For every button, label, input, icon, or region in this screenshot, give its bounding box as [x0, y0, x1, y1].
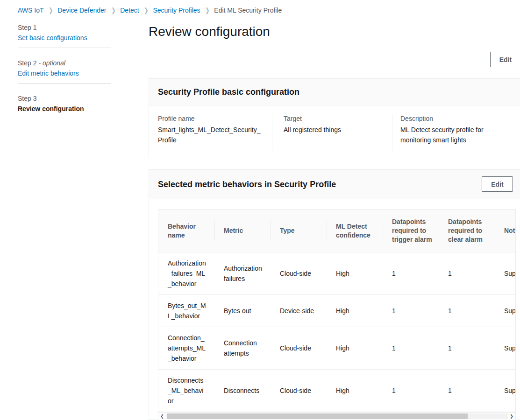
scroll-right-icon[interactable]: ❯ — [508, 413, 515, 420]
column-header-ml-detect-confidence: ML Detect confidence — [327, 210, 383, 252]
cell-datapoints-clear: 1 — [439, 252, 495, 294]
column-header-notifications: Notifications — [495, 210, 516, 252]
metric-behaviors-panel: Selected metric behaviors in Security Pr… — [149, 169, 520, 420]
breadcrumb-link-aws-iot[interactable]: AWS IoT — [18, 6, 44, 15]
breadcrumb: AWS IoT ❯ Device Defender ❯ Detect ❯ Sec… — [18, 6, 282, 15]
cell-behavior-name: Connection_attempts_ML_behavior — [158, 327, 214, 369]
cell-type: Device-side — [271, 295, 327, 327]
column-header-datapoints-trigger: Datapoints required to trigger alarm — [383, 210, 439, 252]
step-number-label: Step 3 — [18, 95, 36, 102]
edit-basic-configuration-button[interactable]: Edit — [490, 52, 520, 67]
column-header-behavior-name: Behavior name — [158, 210, 214, 252]
edit-metric-behaviors-button[interactable]: Edit — [482, 176, 513, 192]
cell-behavior-name: Authorization_failures_ML_behavior — [158, 252, 214, 294]
field-description: Description ML Detect security profile f… — [392, 114, 520, 151]
cell-datapoints-trigger: 1 — [383, 252, 439, 294]
cell-notifications: Suppressed — [495, 295, 516, 327]
cell-metric: Authorization failures — [214, 252, 271, 294]
breadcrumb-current-page: Edit ML Security Profile — [214, 6, 282, 15]
basic-config-panel: Security Profile basic configuration Pro… — [149, 78, 520, 158]
cell-metric: Connection attempts — [214, 327, 271, 369]
cell-confidence: High — [327, 252, 383, 294]
cell-behavior-name: Bytes_out_ML_behavior — [158, 295, 214, 327]
chevron-right-icon: ❯ — [205, 6, 209, 15]
wizard-step-2: Step 2 - optional Edit metric behaviors — [18, 59, 111, 77]
breadcrumb-link-detect[interactable]: Detect — [120, 6, 139, 15]
chevron-right-icon: ❯ — [144, 6, 148, 15]
cell-behavior-name: Disconnects_ML_behavior — [158, 370, 214, 412]
cell-type: Cloud-side — [271, 327, 327, 369]
wizard-step-1: Step 1 Set basic configurations — [18, 24, 111, 42]
breadcrumb-link-security-profiles[interactable]: Security Profiles — [153, 6, 200, 15]
cell-notifications: Suppressed — [495, 252, 516, 294]
wizard-steps-sidebar: Step 1 Set basic configurations Step 2 -… — [18, 24, 111, 113]
cell-datapoints-clear: 1 — [439, 295, 495, 327]
column-header-datapoints-clear: Datapoints required to clear alarm — [439, 210, 495, 252]
sidebar-step-review-configuration: Review configuration — [18, 105, 111, 113]
step-number-label: Step 1 — [18, 24, 36, 31]
step-optional-label: - optional — [38, 59, 65, 67]
scrollbar-track[interactable] — [166, 413, 508, 419]
field-target: Target All registered things — [272, 114, 392, 151]
aws-console-page: AWS IoT ❯ Device Defender ❯ Detect ❯ Sec… — [0, 0, 520, 420]
cell-metric: Bytes out — [214, 295, 271, 327]
chevron-right-icon: ❯ — [111, 6, 115, 15]
field-profile-name: Profile name Smart_lights_ML_Detect_Secu… — [158, 114, 272, 151]
step-number-label: Step 2 — [18, 59, 36, 67]
sidebar-step-set-basic-configurations[interactable]: Set basic configurations — [18, 34, 87, 42]
field-label: Description — [400, 114, 520, 123]
table-row: Bytes_out_ML_behavior Bytes out Device-s… — [158, 295, 516, 327]
cell-datapoints-clear: 1 — [439, 327, 495, 369]
metric-behaviors-panel-title: Selected metric behaviors in Security Pr… — [158, 179, 513, 190]
basic-config-panel-title: Security Profile basic configuration — [158, 86, 513, 98]
sidebar-step-edit-metric-behaviors[interactable]: Edit metric behaviors — [18, 69, 79, 77]
metric-behaviors-panel-header: Selected metric behaviors in Security Pr… — [149, 170, 520, 199]
basic-config-panel-header: Security Profile basic configuration — [149, 79, 520, 105]
behaviors-table: Behavior name Metric Type ML Detect conf… — [158, 209, 516, 420]
scrollbar-thumb[interactable] — [167, 413, 468, 419]
field-value: All registered things — [284, 125, 392, 135]
cell-datapoints-trigger: 1 — [383, 327, 439, 369]
cell-notifications: Suppressed — [495, 370, 516, 412]
cell-type: Cloud-side — [271, 252, 327, 294]
field-label: Profile name — [158, 114, 264, 123]
chevron-right-icon: ❯ — [49, 6, 53, 15]
behaviors-table-header: Behavior name Metric Type ML Detect conf… — [158, 210, 516, 252]
cell-type: Cloud-side — [271, 370, 327, 412]
cell-datapoints-trigger: 1 — [383, 295, 439, 327]
cell-metric: Disconnects — [214, 370, 271, 412]
cell-datapoints-trigger: 1 — [383, 370, 439, 412]
scroll-left-icon[interactable]: ❮ — [158, 413, 166, 420]
field-label: Target — [284, 114, 392, 123]
basic-config-values: Profile name Smart_lights_ML_Detect_Secu… — [149, 105, 520, 158]
column-header-type: Type — [271, 210, 327, 252]
page-title: Review configuration — [149, 24, 270, 40]
table-row: Authorization_failures_ML_behavior Autho… — [158, 252, 516, 295]
breadcrumb-link-device-defender[interactable]: Device Defender — [57, 6, 106, 15]
cell-confidence: High — [327, 370, 383, 412]
table-row: Disconnects_ML_behavior Disconnects Clou… — [158, 370, 516, 412]
table-row: Connection_attempts_ML_behavior Connecti… — [158, 327, 516, 370]
sidebar-divider — [18, 83, 111, 84]
cell-confidence: High — [327, 295, 383, 327]
column-header-metric: Metric — [214, 210, 271, 252]
cell-confidence: High — [327, 327, 383, 369]
cell-datapoints-clear: 1 — [439, 370, 495, 412]
field-value: Smart_lights_ML_Detect_Security_Profile — [158, 125, 264, 145]
sidebar-divider — [18, 48, 111, 48]
horizontal-scrollbar[interactable]: ❮ ❯ — [158, 412, 515, 420]
cell-notifications: Suppressed — [495, 327, 516, 369]
field-value: ML Detect security profile for monitorin… — [400, 125, 510, 145]
wizard-step-3: Step 3 Review configuration — [18, 95, 111, 113]
